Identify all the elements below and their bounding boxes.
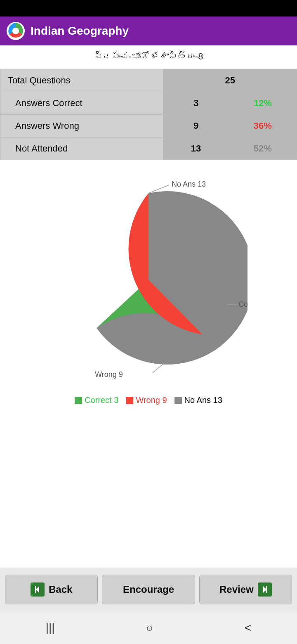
status-bar [0,0,297,17]
svg-point-1 [12,28,19,34]
total-label: Total Questions [0,69,163,92]
pie-svg: No Ans 13 Correc... Wrong 9 [50,181,248,379]
encourage-button[interactable]: Encourage [102,575,195,604]
legend-dot-wrong [126,397,133,404]
back-system-button[interactable]: < [245,621,251,635]
bottom-nav: Back Encourage Review [0,568,297,611]
total-value: 25 [163,69,297,92]
encourage-label: Encourage [123,584,174,595]
back-button[interactable]: Back [5,575,98,604]
review-icon [258,582,272,597]
correct-label: Answers Correct [0,92,163,115]
legend-dot-noans [174,397,182,404]
stats-table: Total Questions 25 Answers Correct 3 12%… [0,69,297,160]
answers-wrong-row: Answers Wrong 9 36% [0,115,297,137]
wrong-value: 9 [163,115,229,137]
chart-legend: Correct 3 Wrong 9 No Ans 13 [75,395,222,405]
home-button[interactable]: ○ [146,621,153,635]
back-icon [31,582,45,597]
svg-rect-13 [266,586,267,593]
not-attended-value: 13 [163,137,229,160]
total-questions-row: Total Questions 25 [0,69,297,92]
header-title: Indian Geography [31,24,129,38]
wrong-label: Answers Wrong [0,115,163,137]
legend-wrong: Wrong 9 [126,395,167,405]
svg-text:No Ans 13: No Ans 13 [172,181,206,188]
pie-chart: No Ans 13 Correc... Wrong 9 [50,181,248,379]
header: Indian Geography [0,17,297,45]
svg-text:Wrong 9: Wrong 9 [95,370,123,379]
menu-button[interactable]: ||| [46,621,55,635]
legend-correct-label: Correct 3 [85,395,118,405]
page-subtitle: ప్రపంచ-భూగోళశాస్త్రం-8 [0,45,297,68]
wrong-pct: 36% [229,115,297,137]
chart-area: No Ans 13 Correc... Wrong 9 Correct 3 Wr… [0,160,297,568]
legend-noans-label: No Ans 13 [184,395,222,405]
app-logo [7,22,25,40]
correct-value: 3 [163,92,229,115]
not-attended-pct: 52% [229,137,297,160]
legend-dot-correct [75,397,82,404]
not-attended-label: Not Attended [0,137,163,160]
legend-noans: No Ans 13 [174,395,222,405]
review-label: Review [219,584,254,595]
svg-text:Correc...: Correc... [238,300,248,308]
back-label: Back [49,584,72,595]
correct-pct: 12% [229,92,297,115]
review-button[interactable]: Review [199,575,292,604]
not-attended-row: Not Attended 13 52% [0,137,297,160]
answers-correct-row: Answers Correct 3 12% [0,92,297,115]
system-nav-bar: ||| ○ < [0,611,297,644]
svg-rect-10 [35,586,36,593]
legend-correct: Correct 3 [75,395,118,405]
legend-wrong-label: Wrong 9 [136,395,167,405]
